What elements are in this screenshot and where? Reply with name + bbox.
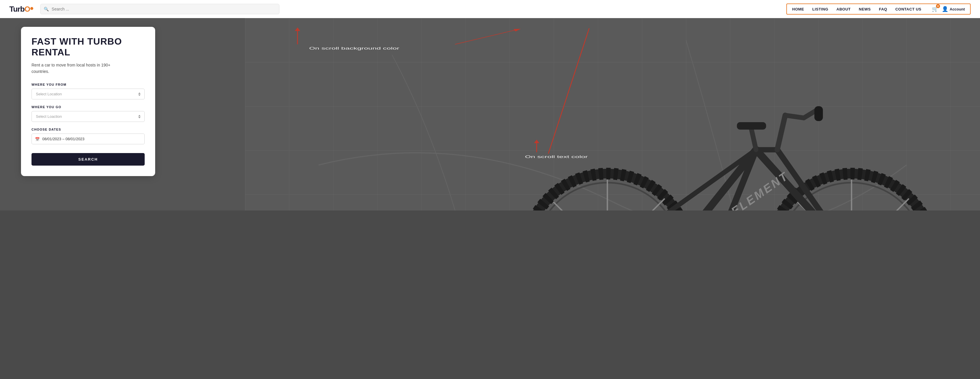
search-bar-container: 🔍 [40, 4, 279, 14]
nav-item-listing[interactable]: LISTING [812, 7, 828, 11]
svg-rect-37 [815, 106, 823, 121]
logo[interactable]: TurbO [10, 5, 33, 14]
account-label: Account [950, 7, 965, 11]
date-input-wrap: 📅 [32, 133, 145, 144]
bike-background: ELEMENT [245, 18, 980, 211]
dates-field-group: CHOOSE DATES 📅 [32, 128, 145, 144]
from-label: WHERE YOU FROM [32, 83, 145, 86]
search-icon: 🔍 [44, 7, 49, 11]
bike-image: ELEMENT [491, 28, 968, 201]
cart-button[interactable]: 🛒 0 [932, 6, 938, 12]
search-button[interactable]: SEARCH [32, 153, 145, 166]
dates-label: CHOOSE DATES [32, 128, 145, 131]
svg-rect-39 [737, 122, 766, 130]
logo-dot [30, 7, 33, 10]
account-button[interactable]: 👤 Account [942, 6, 965, 12]
go-location-select[interactable]: Select Loaction Miami Seattle Boston [32, 111, 145, 122]
cart-badge: 0 [936, 4, 940, 8]
main-nav: HOME LISTING ABOUT NEWS FAQ CONTACT US 🛒… [786, 3, 970, 14]
nav-item-faq[interactable]: FAQ [879, 7, 887, 11]
header: TurbO 🔍 HOME LISTING ABOUT NEWS FAQ CONT… [0, 0, 980, 18]
from-field-group: WHERE YOU FROM Select Location New York … [32, 83, 145, 100]
nav-item-news[interactable]: NEWS [859, 7, 871, 11]
svg-line-34 [777, 115, 785, 149]
dates-input[interactable] [32, 133, 145, 144]
search-input[interactable] [40, 4, 279, 14]
account-icon: 👤 [942, 6, 948, 12]
hero-subtitle: Rent a car to move from local hosts in 1… [32, 62, 145, 75]
hero-section: ELEMENT FAST WITH TURBO RENTAL Rent a ca… [0, 18, 980, 211]
from-select-wrap: Select Location New York Los Angeles Chi… [32, 89, 145, 100]
nav-item-home[interactable]: HOME [792, 7, 804, 11]
calendar-icon: 📅 [35, 137, 40, 141]
search-form-card: FAST WITH TURBO RENTAL Rent a car to mov… [21, 27, 155, 176]
hero-title: FAST WITH TURBO RENTAL [32, 36, 145, 58]
svg-line-35 [785, 115, 804, 118]
nav-item-about[interactable]: ABOUT [837, 7, 851, 11]
logo-text: Turb [10, 5, 24, 14]
go-label: WHERE YOU GO [32, 105, 145, 109]
go-select-wrap: Select Loaction Miami Seattle Boston [32, 111, 145, 122]
nav-icons: 🛒 0 👤 Account [932, 6, 965, 12]
logo-o: O [24, 5, 30, 14]
from-location-select[interactable]: Select Location New York Los Angeles Chi… [32, 89, 145, 100]
nav-item-contact[interactable]: CONTACT US [896, 7, 921, 11]
go-field-group: WHERE YOU GO Select Loaction Miami Seatt… [32, 105, 145, 122]
